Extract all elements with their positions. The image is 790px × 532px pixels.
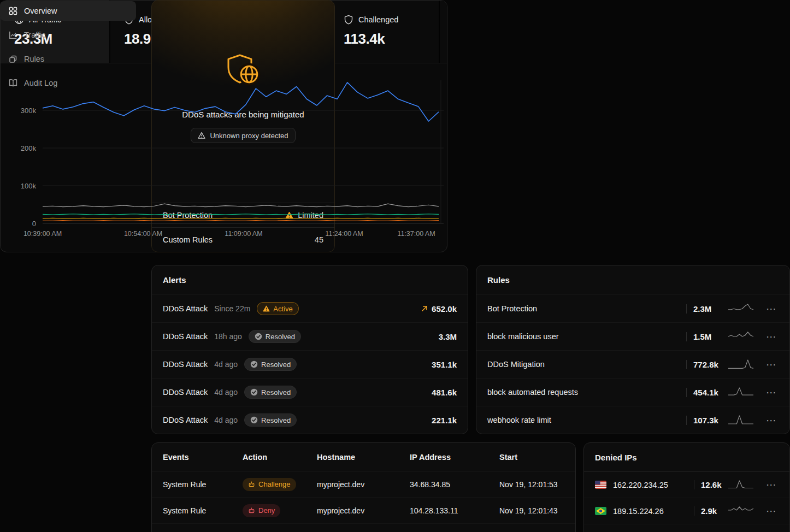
- denied-ip: 162.220.234.25: [613, 481, 694, 489]
- shield-icon: [344, 15, 353, 25]
- event-ip: 34.68.34.85: [410, 480, 499, 489]
- alert-row[interactable]: DDoS Attack Since 22m Active 652.0k: [152, 295, 468, 322]
- denied-ip-hits: 12.6k: [694, 480, 724, 489]
- check-circle-icon: [250, 388, 258, 396]
- event-row[interactable]: System Rule Challenge myproject.dev 34.6…: [152, 471, 575, 498]
- events-header-row: Events Action Hostname IP Address Start: [152, 443, 575, 471]
- alert-value: 221.1k: [432, 416, 457, 425]
- rule-hits: 454.1k: [686, 388, 724, 397]
- rules-title: Rules: [476, 265, 789, 294]
- rule-row[interactable]: DDoS Mitigation 772.8k ⋯: [476, 350, 789, 378]
- more-menu-button[interactable]: ⋯: [764, 358, 779, 371]
- alert-title: DDoS Attack: [163, 388, 208, 397]
- rule-sparkline: [727, 357, 755, 371]
- denied-ips-title: Denied IPs: [584, 443, 789, 472]
- event-start: Nov 19, 12:01:53: [499, 480, 564, 489]
- layers-icon: [9, 55, 17, 63]
- rule-sparkline: [727, 329, 755, 344]
- rule-sparkline: [727, 302, 755, 316]
- rule-name: webhook rate limit: [487, 416, 686, 424]
- bot-icon: [248, 481, 255, 488]
- tab-value: 113.4k: [344, 31, 439, 48]
- more-menu-button[interactable]: ⋯: [764, 505, 779, 517]
- svg-text:10:39:00 AM: 10:39:00 AM: [23, 230, 62, 238]
- alerts-rows: DDoS Attack Since 22m Active 652.0k DDoS…: [152, 295, 468, 434]
- event-name: System Rule: [163, 506, 243, 515]
- rule-name: block malicious user: [487, 332, 686, 341]
- rule-hits: 107.3k: [686, 416, 724, 425]
- rule-sparkline: [727, 385, 755, 399]
- tab-label: Challenged: [358, 15, 398, 24]
- denied-ip-row[interactable]: 189.15.224.26 2.9k ⋯: [584, 498, 789, 524]
- alert-value: 481.6k: [432, 388, 457, 397]
- alert-status-badge: Active: [257, 302, 298, 315]
- rule-name: block automated requests: [487, 388, 686, 397]
- event-hostname: myproject.dev: [317, 480, 410, 489]
- alert-row[interactable]: DDoS Attack 4d ago Resolved 481.6k: [152, 378, 468, 406]
- alert-value: 652.0k: [421, 304, 457, 314]
- svg-text:100k: 100k: [21, 182, 37, 190]
- event-hostname: myproject.dev: [317, 506, 410, 515]
- alerts-title: Alerts: [152, 265, 468, 294]
- column-action: Action: [243, 453, 317, 462]
- alert-row[interactable]: DDoS Attack 18h ago Resolved 3.3M: [152, 322, 468, 350]
- sidebar-item-label: Rules: [24, 55, 44, 63]
- events-card: Events Action Hostname IP Address Start …: [151, 442, 576, 532]
- denied-ip-sparkline: [727, 504, 755, 518]
- rule-row[interactable]: block automated requests 454.1k ⋯: [476, 378, 789, 406]
- alert-value: 351.1k: [432, 360, 457, 369]
- more-menu-button[interactable]: ⋯: [764, 386, 779, 399]
- rule-name: Bot Protection: [487, 304, 686, 313]
- alert-time: Since 22m: [214, 304, 250, 313]
- alert-time: 4d ago: [214, 388, 238, 397]
- more-menu-button[interactable]: ⋯: [764, 414, 779, 427]
- more-menu-button[interactable]: ⋯: [764, 330, 779, 343]
- denied-ip-sparkline: [727, 478, 755, 492]
- more-menu-button[interactable]: ⋯: [764, 478, 779, 491]
- rule-row[interactable]: webhook rate limit 107.3k ⋯: [476, 406, 789, 434]
- svg-text:11:09:00 AM: 11:09:00 AM: [225, 230, 262, 238]
- tab-filler: [440, 1, 447, 63]
- sidebar-item-label: Overview: [24, 7, 57, 15]
- alert-title: DDoS Attack: [163, 304, 208, 313]
- svg-text:11:24:00 AM: 11:24:00 AM: [325, 230, 363, 238]
- rule-row[interactable]: Bot Protection 2.3M ⋯: [476, 295, 789, 322]
- column-ip-address: IP Address: [410, 453, 499, 462]
- alert-time: 4d ago: [214, 416, 238, 424]
- check-circle-icon: [255, 333, 262, 340]
- rule-hits: 2.3M: [686, 304, 724, 314]
- alert-row[interactable]: DDoS Attack 4d ago Resolved 221.1k: [152, 406, 468, 434]
- rule-row[interactable]: block malicious user 1.5M ⋯: [476, 322, 789, 350]
- alert-status-badge: Resolved: [244, 358, 297, 371]
- events-title: Events: [163, 453, 243, 462]
- rules-card: Rules Bot Protection 2.3M ⋯ block malici…: [476, 265, 790, 434]
- action-badge-deny: Deny: [243, 504, 280, 517]
- tab-challenged[interactable]: Challenged 113.4k: [330, 1, 439, 63]
- alert-status-badge: Resolved: [244, 386, 297, 399]
- rule-name: DDoS Mitigation: [487, 360, 686, 369]
- sidebar-item-overview[interactable]: Overview: [0, 1, 136, 21]
- alert-value: 3.3M: [439, 332, 457, 341]
- action-badge-challenge: Challenge: [243, 478, 296, 491]
- event-start: Nov 19, 12:01:43: [499, 506, 564, 515]
- alert-status-badge: Resolved: [244, 413, 297, 427]
- check-circle-icon: [250, 360, 258, 368]
- alert-time: 4d ago: [214, 360, 238, 369]
- more-menu-button[interactable]: ⋯: [764, 303, 779, 315]
- check-circle-icon: [250, 416, 258, 424]
- flag-us-icon: [595, 481, 606, 489]
- alert-title: DDoS Attack: [163, 360, 208, 369]
- trend-up-icon: [421, 305, 428, 312]
- event-row[interactable]: System Rule Deny myproject.dev 104.28.13…: [152, 498, 575, 524]
- svg-text:300k: 300k: [21, 107, 37, 115]
- sidebar-item-traffic[interactable]: Traffic: [0, 25, 136, 45]
- alert-row[interactable]: DDoS Attack 4d ago Resolved 351.1k: [152, 350, 468, 378]
- denied-ip-row[interactable]: 162.220.234.25 12.6k ⋯: [584, 472, 789, 498]
- sidebar-item-label: Traffic: [24, 31, 45, 39]
- rule-sparkline: [727, 413, 755, 427]
- rule-hits: 1.5M: [686, 332, 724, 341]
- traffic-chart[interactable]: 300k200k100k010:39:00 AM10:54:00 AM11:09…: [0, 63, 447, 252]
- flag-br-icon: [595, 507, 606, 515]
- denied-ip: 189.15.224.26: [613, 507, 694, 516]
- rule-hits: 772.8k: [686, 360, 724, 369]
